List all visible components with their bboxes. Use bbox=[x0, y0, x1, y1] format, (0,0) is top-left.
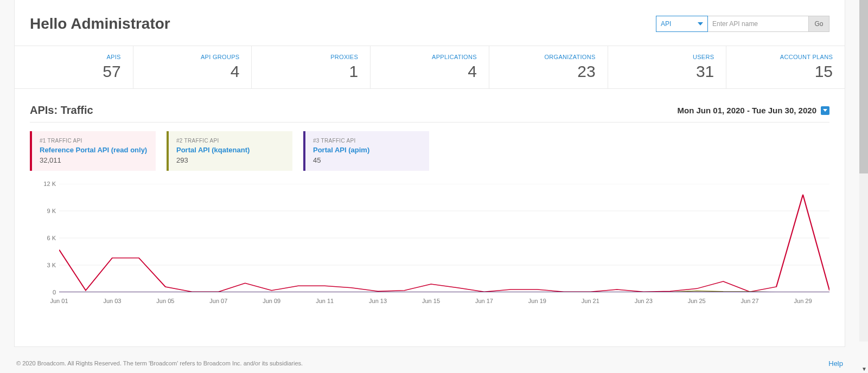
y-tick-label: 12 K bbox=[43, 181, 56, 187]
stat-label: ACCOUNT PLANS bbox=[732, 54, 833, 60]
search-type-value: API bbox=[661, 20, 671, 28]
stat-card[interactable]: APPLICATIONS 4 bbox=[371, 46, 489, 88]
stats-row: APIS 57API GROUPS 4PROXIES 1APPLICATIONS… bbox=[15, 46, 845, 89]
y-tick-label: 6 K bbox=[47, 235, 56, 241]
help-link[interactable]: Help bbox=[828, 359, 843, 368]
traffic-card[interactable]: #2 TRAFFIC API Portal API (kqatenant) 29… bbox=[167, 131, 292, 171]
x-tick-label: Jun 11 bbox=[316, 298, 334, 304]
stat-value: 1 bbox=[257, 62, 358, 81]
stat-value: 4 bbox=[139, 62, 240, 81]
x-tick-label: Jun 01 bbox=[50, 298, 68, 304]
stat-label: APIS bbox=[20, 54, 121, 60]
stat-label: APPLICATIONS bbox=[376, 54, 477, 60]
stat-card[interactable]: ACCOUNT PLANS 15 bbox=[726, 46, 845, 88]
search-group: API Go bbox=[656, 16, 829, 32]
chevron-down-icon bbox=[698, 22, 703, 25]
y-tick-label: 3 K bbox=[47, 262, 56, 268]
scroll-down-arrow[interactable]: ▼ bbox=[861, 366, 867, 372]
stat-card[interactable]: PROXIES 1 bbox=[252, 46, 371, 88]
date-range: Mon Jun 01, 2020 - Tue Jun 30, 2020 bbox=[678, 106, 830, 115]
card-rank: #2 TRAFFIC API bbox=[176, 138, 285, 144]
y-tick-label: 9 K bbox=[47, 208, 56, 214]
x-tick-label: Jun 17 bbox=[475, 298, 493, 304]
x-tick-label: Jun 21 bbox=[582, 298, 599, 304]
series-line bbox=[59, 195, 829, 292]
stat-value: 31 bbox=[614, 62, 714, 81]
x-tick-label: Jun 05 bbox=[156, 298, 174, 304]
chart: 03 K6 K9 K12 K Jun 01Jun 03Jun 05Jun 07J… bbox=[15, 175, 845, 312]
x-tick-label: Jun 23 bbox=[635, 298, 653, 304]
stat-label: ORGANIZATIONS bbox=[495, 54, 596, 60]
card-rank: #1 TRAFFIC API bbox=[40, 138, 148, 144]
traffic-card[interactable]: #3 TRAFFIC API Portal API (apim) 45 bbox=[303, 131, 429, 171]
card-value: 32,011 bbox=[40, 156, 148, 164]
traffic-card[interactable]: #1 TRAFFIC API Reference Portal API (rea… bbox=[30, 131, 156, 171]
x-tick-label: Jun 27 bbox=[741, 298, 759, 304]
traffic-cards: #1 TRAFFIC API Reference Portal API (rea… bbox=[15, 123, 845, 175]
x-tick-label: Jun 13 bbox=[369, 298, 387, 304]
stat-card[interactable]: API GROUPS 4 bbox=[133, 46, 252, 88]
stat-value: 15 bbox=[732, 62, 833, 81]
go-button[interactable]: Go bbox=[809, 16, 829, 32]
stat-label: PROXIES bbox=[257, 54, 358, 60]
x-tick-label: Jun 09 bbox=[263, 298, 280, 304]
stat-value: 57 bbox=[20, 62, 121, 81]
search-type-select[interactable]: API bbox=[656, 16, 708, 32]
x-tick-label: Jun 07 bbox=[209, 298, 227, 304]
card-name: Portal API (apim) bbox=[313, 146, 422, 154]
date-range-toggle[interactable] bbox=[821, 106, 829, 115]
traffic-section-title: APIs: Traffic bbox=[30, 104, 93, 117]
x-tick-label: Jun 25 bbox=[688, 298, 706, 304]
stat-card[interactable]: APIS 57 bbox=[15, 46, 133, 88]
stat-card[interactable]: USERS 31 bbox=[608, 46, 727, 88]
footer: © 2020 Broadcom. All Rights Reserved. Th… bbox=[14, 353, 845, 373]
x-axis-labels: Jun 01Jun 03Jun 05Jun 07Jun 09Jun 11Jun … bbox=[59, 294, 829, 308]
x-tick-label: Jun 19 bbox=[528, 298, 546, 304]
plot-area bbox=[59, 184, 829, 292]
card-value: 293 bbox=[176, 156, 285, 164]
stat-label: API GROUPS bbox=[139, 54, 240, 60]
card-rank: #3 TRAFFIC API bbox=[313, 138, 422, 144]
date-range-text: Mon Jun 01, 2020 - Tue Jun 30, 2020 bbox=[678, 106, 817, 115]
page-title: Hello Administrator bbox=[30, 15, 170, 33]
scrollbar-track[interactable] bbox=[859, 0, 868, 342]
scrollbar-thumb[interactable] bbox=[859, 0, 868, 173]
x-tick-label: Jun 03 bbox=[103, 298, 121, 304]
card-name: Reference Portal API (read only) bbox=[40, 146, 148, 154]
y-tick-label: 0 bbox=[53, 289, 56, 295]
search-input[interactable] bbox=[708, 16, 809, 32]
stat-value: 4 bbox=[376, 62, 477, 81]
x-tick-label: Jun 15 bbox=[422, 298, 440, 304]
copyright-text: © 2020 Broadcom. All Rights Reserved. Th… bbox=[16, 360, 303, 366]
chevron-down-icon bbox=[823, 109, 827, 112]
stat-card[interactable]: ORGANIZATIONS 23 bbox=[489, 46, 608, 88]
stat-value: 23 bbox=[495, 62, 596, 81]
stat-label: USERS bbox=[614, 54, 714, 60]
card-value: 45 bbox=[313, 156, 422, 164]
y-axis-labels: 03 K6 K9 K12 K bbox=[30, 184, 59, 292]
card-name: Portal API (kqatenant) bbox=[176, 146, 285, 154]
x-tick-label: Jun 29 bbox=[794, 298, 812, 304]
